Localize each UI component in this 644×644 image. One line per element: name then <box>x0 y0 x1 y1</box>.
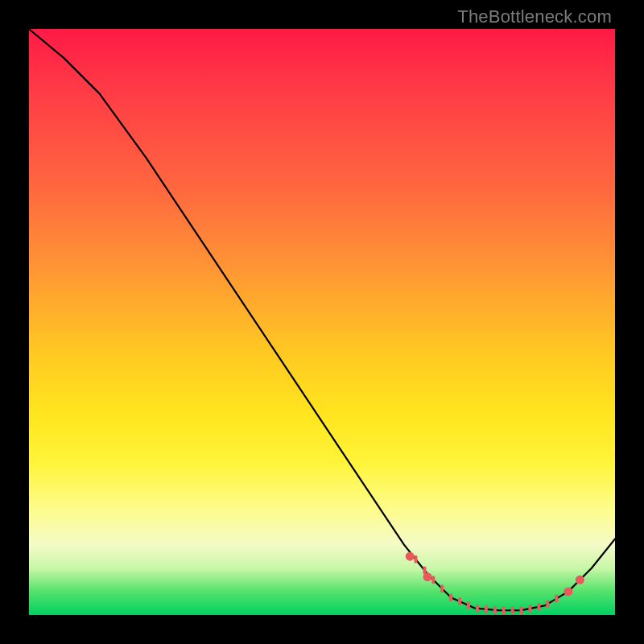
highlight-dot <box>423 572 432 581</box>
bottleneck-curve <box>29 29 615 610</box>
highlight-dots <box>406 552 584 597</box>
highlight-dot <box>564 587 572 596</box>
highlight-dot <box>406 552 415 561</box>
watermark-text: TheBottleneck.com <box>457 6 612 27</box>
plot-area <box>29 29 615 615</box>
highlight-ticks <box>415 557 556 613</box>
highlight-dot <box>576 576 584 584</box>
chart-frame: TheBottleneck.com <box>0 0 644 644</box>
curve-svg <box>29 29 615 615</box>
